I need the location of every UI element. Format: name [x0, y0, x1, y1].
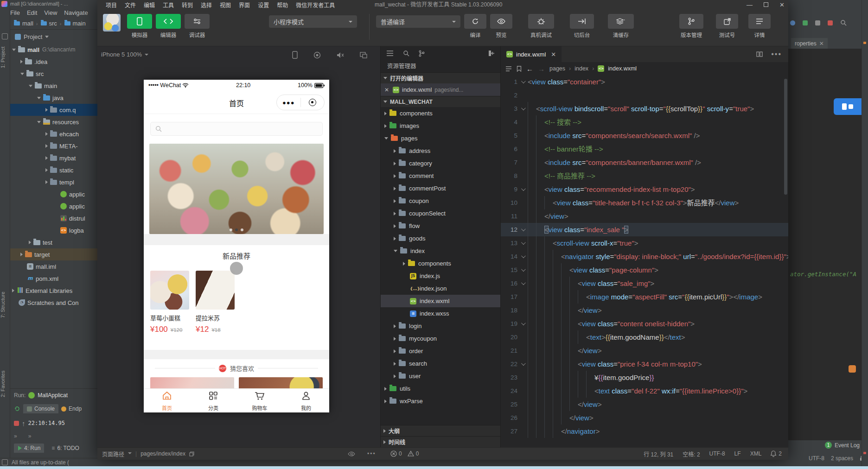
editor-tab-properties[interactable]: roperties ✕ — [791, 38, 828, 49]
copy-icon[interactable] — [189, 451, 194, 456]
file-tree-row[interactable]: utils — [381, 382, 500, 395]
project-tree-row[interactable]: static — [10, 164, 97, 176]
fold-icon[interactable] — [517, 322, 528, 325]
project-tree-row[interactable]: <> logba — [10, 224, 97, 236]
bottom-tab-todo[interactable]: ≡ 6: TODO — [51, 445, 79, 451]
code-area[interactable]: 1 <view class="container"> 2 3 <scroll-v… — [501, 75, 788, 447]
exit-icon[interactable] — [301, 99, 325, 106]
back-icon[interactable]: ← — [526, 65, 533, 73]
code-line[interactable]: 3 <scroll-view bindscroll="scroll" scrol… — [501, 102, 788, 115]
switch-background-button[interactable]: 切后台 — [570, 14, 594, 38]
close-icon[interactable]: ✕ — [551, 51, 556, 58]
menu-item[interactable]: 项目 — [106, 1, 117, 9]
project-tree-row[interactable]: META- — [10, 140, 97, 152]
menu-item[interactable]: 转到 — [182, 1, 193, 9]
code-line[interactable]: 27 </navigator> — [501, 425, 788, 438]
tree-arrow-icon[interactable] — [12, 49, 16, 51]
compile-mode-dropdown[interactable]: 普通编译 — [376, 15, 460, 28]
project-tree-row[interactable]: mybat — [10, 152, 97, 164]
page-path-value[interactable]: pages/index/index — [140, 450, 185, 457]
code-line[interactable]: 2 — [501, 89, 788, 102]
code-line[interactable]: 10 <view class="title-header b-f t-c f-3… — [501, 196, 788, 209]
project-tree-row[interactable]: distrul — [10, 212, 97, 224]
tabbar-item-0[interactable]: 首页 — [144, 389, 190, 412]
fold-icon[interactable] — [517, 228, 528, 231]
file-tree-row[interactable]: search — [381, 357, 500, 370]
code-line[interactable]: 17 <image mode="aspectFill" src="{{item.… — [501, 290, 788, 304]
tree-arrow-icon[interactable] — [394, 162, 396, 165]
menu-item[interactable]: 视图 — [220, 1, 231, 9]
rerun-icon[interactable] — [14, 406, 20, 412]
file-tree-row[interactable]: couponSelect — [381, 207, 500, 220]
file-tree-row[interactable]: index — [381, 245, 500, 257]
tree-arrow-icon[interactable] — [45, 132, 48, 136]
file-tree-row[interactable]: mycoupon — [381, 332, 500, 345]
eye-icon[interactable] — [348, 451, 355, 456]
editor-button[interactable]: 编辑器 — [156, 14, 181, 38]
file-tree-row[interactable]: components — [381, 257, 500, 270]
file-tree-row[interactable]: <>index.wxml — [381, 295, 500, 307]
project-tree-row[interactable]: resources — [10, 116, 97, 128]
tree-arrow-icon[interactable] — [20, 60, 23, 63]
project-tree-row[interactable]: target — [10, 248, 97, 260]
tree-arrow-icon[interactable] — [384, 137, 388, 139]
code-line[interactable]: 8 <!-- 商品推荐 --> — [501, 169, 788, 183]
eol-indicator[interactable]: LF — [734, 450, 741, 457]
menu-item[interactable]: 设置 — [258, 1, 269, 9]
search-icon[interactable] — [840, 19, 847, 26]
menu-item[interactable]: File — [10, 9, 20, 16]
file-tree-row[interactable]: flow — [381, 220, 500, 232]
fold-icon[interactable] — [517, 107, 528, 110]
file-tree-row[interactable]: order — [381, 345, 500, 357]
banner-carousel[interactable] — [149, 144, 324, 234]
search-icon[interactable] — [403, 50, 409, 57]
code-line[interactable]: 20 <text>{{item.goodName}}</text> — [501, 330, 788, 344]
tree-arrow-icon[interactable] — [384, 124, 387, 128]
code-line[interactable]: 25 </view> — [501, 398, 788, 411]
tree-arrow-icon[interactable] — [394, 237, 396, 241]
file-tree-row[interactable]: comment — [381, 170, 500, 182]
tree-arrow-icon[interactable] — [394, 324, 396, 328]
tree-arrow-icon[interactable] — [394, 349, 396, 353]
project-tree-row[interactable]: templ — [10, 176, 97, 188]
code-line[interactable]: 5 <include src="components/search/search… — [501, 129, 788, 142]
tree-arrow-icon[interactable] — [394, 149, 396, 153]
code-line[interactable]: 24 <text class="del f-22" wx:if="{{item.… — [501, 384, 788, 398]
file-tree-row[interactable]: user — [381, 370, 500, 382]
capsule-menu[interactable]: ●●● — [276, 95, 325, 110]
console-tab[interactable]: Console — [23, 404, 58, 413]
file-tree-row[interactable]: images — [381, 120, 500, 132]
preview-button[interactable]: 预览 — [490, 14, 512, 38]
scroll-up-icon[interactable]: ↑ — [22, 419, 26, 427]
tree-arrow-icon[interactable] — [45, 108, 48, 112]
code-line[interactable]: 7 <include src="components/banner/banner… — [501, 156, 788, 169]
code-line[interactable]: 9 <view class="recommended-index-list m-… — [501, 183, 788, 196]
fold-icon[interactable] — [517, 255, 528, 258]
menu-item[interactable]: 微信开发者工具 — [296, 1, 335, 9]
tree-arrow-icon[interactable] — [394, 250, 397, 252]
encoding-indicator[interactable]: UTF-8 — [809, 455, 824, 462]
file-tree-row[interactable]: login — [381, 320, 500, 332]
indent-indicator[interactable]: 空格: 2 — [683, 450, 700, 458]
project-tree-row[interactable]: applic — [10, 200, 97, 212]
open-editor-item[interactable]: ✕ <> index.wxml pages\ind... — [381, 83, 500, 96]
event-log[interactable]: 1 Event Log — [825, 442, 860, 449]
collapse-panel-icon[interactable] — [488, 50, 495, 57]
bottom-tab-run[interactable]: 4: Run — [14, 444, 44, 453]
code-line[interactable]: 18 </view> — [501, 304, 788, 317]
code-line[interactable]: 21 </view> — [501, 344, 788, 357]
expand-icon[interactable]: » — [14, 433, 17, 439]
project-tree-row[interactable]: .idea — [10, 56, 97, 68]
menu-item[interactable]: 文件 — [125, 1, 136, 9]
close-icon[interactable]: ✕ — [384, 87, 390, 93]
fold-icon[interactable] — [517, 241, 528, 245]
breadcrumb-file[interactable]: index.wxml — [608, 65, 637, 72]
tree-arrow-icon[interactable] — [394, 199, 396, 203]
more-icon[interactable]: ••• — [367, 450, 376, 457]
minimize-button[interactable]: — — [747, 1, 753, 8]
version-control-button[interactable]: 版本管理 — [677, 14, 706, 38]
menu-item[interactable]: 工具 — [163, 1, 174, 9]
toolwindow-tab-favorites[interactable]: 2: Favorites — [0, 362, 10, 405]
tree-arrow-icon[interactable] — [394, 362, 396, 366]
breadcrumb-item[interactable]: pages — [549, 65, 565, 72]
